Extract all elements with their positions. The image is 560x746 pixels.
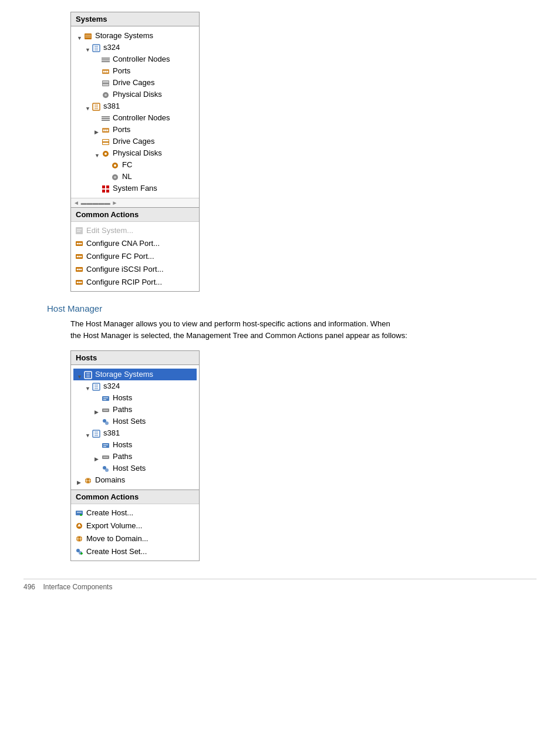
hosts-s381-label: s381	[103, 428, 120, 438]
s324-drivecages-label: Drive Cages	[113, 77, 155, 88]
tree-item-s381-drivecages[interactable]: Drive Cages	[73, 136, 197, 147]
tree-item-s324-physicaldisks[interactable]: Physical Disks	[73, 89, 197, 100]
svg-point-28	[105, 130, 107, 131]
s381-label: s381	[103, 101, 120, 112]
edit-system-icon	[75, 226, 84, 235]
hosts-s381-hostsets-label: Host Sets	[113, 463, 146, 474]
hosts-s381-paths-icon	[102, 452, 111, 461]
tree-item-s381-controller[interactable]: Controller Nodes	[73, 112, 197, 124]
hosts-tree: Storage Systems s324 Hosts	[71, 365, 199, 490]
tree-item-s381-nl[interactable]: NL	[73, 171, 197, 183]
arrow-s381	[85, 103, 91, 109]
svg-rect-9	[102, 61, 110, 62]
svg-point-55	[77, 269, 79, 271]
arrow-s381-ports	[95, 127, 100, 133]
tree-item-storage-systems[interactable]: Storage Systems	[73, 30, 197, 42]
hosts-domains-label: Domains	[95, 475, 125, 485]
systems-panel-title: Systems	[71, 12, 199, 26]
tree-item-s381-fc[interactable]: FC	[73, 159, 197, 171]
hosts-storage-systems-icon	[84, 370, 93, 379]
tree-item-s324[interactable]: s324	[73, 42, 197, 53]
action-configure-cna[interactable]: Configure CNA Port...	[75, 237, 195, 250]
tree-item-s324-drivecages[interactable]: Drive Cages	[73, 77, 197, 89]
svg-rect-39	[102, 185, 105, 188]
action-configure-iscsi[interactable]: Configure iSCSI Port...	[75, 263, 195, 276]
arrow-hosts-s381-paths	[95, 454, 100, 460]
hosts-actions-title: Common Actions	[71, 490, 199, 504]
systems-scrollbar[interactable]: ◄ ▬▬▬▬▬ ►	[71, 198, 199, 207]
tree-item-s381-ports[interactable]: Ports	[73, 124, 197, 136]
description-line2: the Host Manager is selected, the Manage…	[70, 331, 407, 340]
tree-item-hosts-s324-hostsets[interactable]: Host Sets	[73, 416, 197, 427]
tree-item-hosts-s381-paths[interactable]: Paths	[73, 451, 197, 463]
svg-point-51	[77, 256, 79, 258]
tree-item-s324-controller[interactable]: Controller Nodes	[73, 53, 197, 65]
configure-iscsi-label: Configure iSCSI Port...	[86, 264, 164, 275]
arrow-hosts-s324-paths	[95, 407, 100, 413]
hosts-s381-hosts-icon	[102, 440, 111, 450]
tree-item-s324-ports[interactable]: Ports	[73, 65, 197, 77]
s324-label: s324	[103, 42, 120, 53]
action-create-host[interactable]: Create Host...	[75, 507, 195, 519]
action-export-volume[interactable]: Export Volume...	[75, 519, 195, 532]
svg-rect-40	[106, 185, 109, 188]
systems-tree: Storage Systems s324 Controller Nodes	[71, 26, 199, 198]
s381-ports-icon	[102, 125, 111, 134]
svg-point-36	[114, 164, 116, 167]
s324-icon	[92, 43, 102, 52]
svg-rect-15	[103, 81, 109, 83]
configure-fc-icon	[75, 252, 84, 261]
s324-controller-icon	[102, 55, 111, 64]
action-configure-fc[interactable]: Configure FC Port...	[75, 250, 195, 263]
action-configure-rcip[interactable]: Configure RCIP Port...	[75, 276, 195, 289]
systems-actions-list: Edit System... Configure CNA Port... Con…	[71, 222, 199, 291]
svg-rect-31	[103, 140, 109, 141]
tree-item-s381[interactable]: s381	[73, 100, 197, 112]
svg-point-11	[103, 71, 105, 73]
hosts-s324-hosts-icon	[102, 393, 111, 403]
action-edit-system[interactable]: Edit System...	[75, 224, 195, 237]
svg-rect-41	[102, 190, 105, 193]
storage-systems-label: Storage Systems	[95, 31, 153, 41]
tree-item-hosts-s324-hosts[interactable]: Hosts	[73, 392, 197, 404]
tree-item-hosts-domains[interactable]: Domains	[73, 474, 197, 486]
arrow-storage-systems	[77, 33, 83, 39]
tree-item-hosts-s324[interactable]: s324	[73, 380, 197, 392]
s381-fans-label: System Fans	[113, 183, 157, 194]
export-volume-icon	[75, 521, 84, 531]
move-domain-label: Move to Domain...	[86, 534, 149, 544]
hosts-s381-icon	[92, 428, 102, 438]
svg-point-29	[107, 130, 109, 131]
tree-item-s381-fans[interactable]: System Fans	[73, 183, 197, 194]
tree-item-hosts-s381-hostsets[interactable]: Host Sets	[73, 463, 197, 474]
create-hostset-icon	[75, 547, 84, 556]
action-move-domain[interactable]: Move to Domain...	[75, 532, 195, 545]
tree-item-hosts-storage-systems[interactable]: Storage Systems	[73, 369, 197, 380]
hosts-panel-title: Hosts	[71, 351, 199, 365]
s324-ports-icon	[102, 66, 111, 76]
create-hostset-label: Create Host Set...	[86, 546, 147, 557]
s381-icon	[92, 102, 102, 111]
scrollbar-indicator: ◄ ▬▬▬▬▬ ►	[73, 200, 117, 206]
tree-item-hosts-s381[interactable]: s381	[73, 427, 197, 439]
hosts-s381-hosts-label: Hosts	[113, 440, 132, 450]
tree-item-hosts-s381-hosts[interactable]: Hosts	[73, 439, 197, 451]
hosts-s324-icon	[92, 382, 102, 391]
svg-rect-92	[77, 512, 82, 513]
action-create-hostset[interactable]: Create Host Set...	[75, 545, 195, 558]
configure-fc-label: Configure FC Port...	[86, 251, 154, 262]
configure-cna-icon	[75, 239, 84, 248]
svg-point-52	[79, 256, 80, 258]
s324-drivecages-icon	[102, 78, 111, 87]
edit-system-label: Edit System...	[86, 225, 133, 236]
tree-item-s381-physicaldisks[interactable]: Physical Disks	[73, 147, 197, 159]
tree-item-hosts-s324-paths[interactable]: Paths	[73, 404, 197, 416]
svg-point-49	[80, 243, 82, 245]
s381-fc-icon	[111, 160, 120, 170]
hosts-actions-list: Create Host... Export Volume... Move to …	[71, 504, 199, 561]
configure-cna-label: Configure CNA Port...	[86, 238, 160, 249]
s381-nl-icon	[111, 172, 120, 181]
hosts-panel-wrapper: Hosts Storage Systems s324	[70, 350, 537, 561]
svg-rect-2	[85, 36, 91, 38]
hosts-s324-paths-icon	[102, 405, 111, 414]
